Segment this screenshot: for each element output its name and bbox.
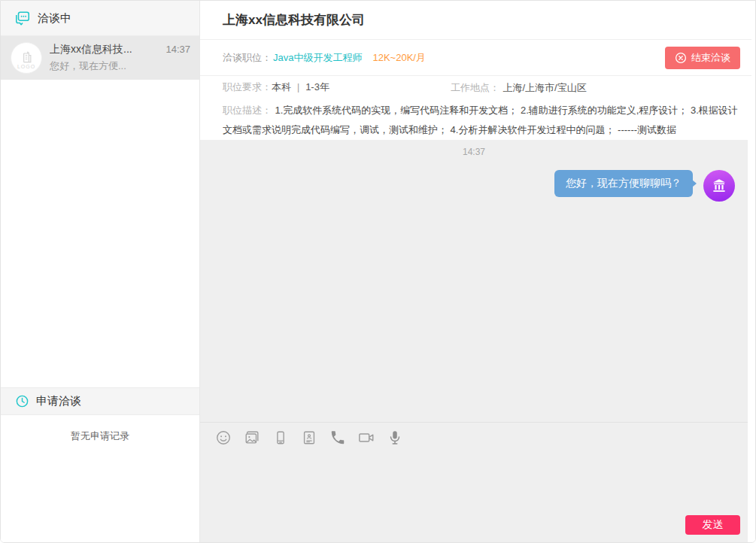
sidebar-section-title: 洽谈中 — [38, 11, 71, 26]
resume-card-icon[interactable] — [300, 429, 318, 447]
clock-icon — [14, 394, 29, 409]
company-header: 上海xx信息科技有限公司 — [200, 1, 751, 40]
conversation-time: 14:37 — [165, 44, 190, 55]
company-logo-avatar: LOGO — [11, 42, 42, 74]
image-icon[interactable] — [243, 429, 261, 447]
composer-toolbar — [200, 422, 748, 452]
sidebar-section-apply: 申请洽谈 — [1, 387, 199, 415]
end-negotiation-label: 结束洽谈 — [691, 51, 730, 65]
conversation-list-item[interactable]: LOGO 上海xx信息科技... 14:37 您好，现在方便... — [1, 36, 199, 80]
chat-bubbles-icon — [14, 10, 31, 26]
composer: 发送 — [200, 452, 748, 542]
user-avatar — [703, 170, 735, 202]
mobile-phone-icon[interactable] — [272, 429, 290, 447]
apply-empty-text: 暂无申请记录 — [71, 430, 129, 441]
separator: | — [297, 82, 299, 93]
description-label: 职位描述： — [223, 105, 272, 116]
job-title-link[interactable]: Java中级开发工程师 — [273, 51, 362, 65]
main-panel: 上海xx信息科技有限公司 洽谈职位： Java中级开发工程师 12K~20K/月… — [200, 1, 751, 542]
building-logo-icon — [19, 50, 34, 65]
job-description-row: 职位描述： 1.完成软件系统代码的实现，编写代码注释和开发文档； 2.辅助进行系… — [200, 99, 751, 140]
apply-empty-area: 暂无申请记录 — [1, 415, 199, 542]
message-timestamp: 14:37 — [200, 140, 748, 157]
message-history[interactable]: 14:37 您好，现在方便聊聊吗？ — [200, 140, 748, 422]
message-row: 您好，现在方便聊聊吗？ — [200, 170, 748, 202]
phone-call-icon[interactable] — [329, 429, 347, 447]
description-text: 1.完成软件系统代码的实现，编写代码注释和开发文档； 2.辅助进行系统的功能定义… — [223, 105, 738, 135]
circle-x-icon — [675, 52, 687, 64]
company-name: 上海xx信息科技有限公司 — [223, 11, 365, 29]
job-salary: 12K~20K/月 — [372, 51, 425, 65]
chat-area: 14:37 您好，现在方便聊聊吗？ — [200, 140, 748, 542]
chat-app-window: 洽谈中 LOGO 上海xx信息科技... 14:37 — [0, 0, 756, 543]
job-position-label: 洽谈职位： — [223, 51, 272, 65]
sidebar-empty-space — [1, 80, 199, 387]
job-requirements-row: 职位要求： 本科 | 1-3年 工作地点： 上海/上海市/宝山区 — [200, 76, 751, 99]
scrollbar-track — [751, 140, 755, 542]
end-negotiation-button[interactable]: 结束洽谈 — [665, 47, 740, 69]
apply-section-title: 申请洽谈 — [36, 394, 81, 408]
location-value: 上海/上海市/宝山区 — [502, 82, 586, 93]
outgoing-message-bubble: 您好，现在方便聊聊吗？ — [554, 170, 693, 197]
send-button[interactable]: 发送 — [685, 515, 740, 535]
microphone-icon[interactable] — [386, 429, 404, 447]
sidebar-section-negotiating: 洽谈中 — [1, 1, 199, 36]
message-input[interactable] — [200, 452, 748, 511]
sidebar: 洽谈中 LOGO 上海xx信息科技... 14:37 — [1, 1, 200, 542]
video-call-icon[interactable] — [357, 429, 375, 447]
experience-value: 1-3年 — [305, 80, 329, 94]
emoji-icon[interactable] — [214, 429, 232, 447]
logo-placeholder-text: LOGO — [17, 64, 35, 69]
conversation-name: 上海xx信息科技... — [50, 43, 132, 56]
education-value: 本科 — [272, 80, 291, 94]
job-bar: 洽谈职位： Java中级开发工程师 12K~20K/月 结束洽谈 — [200, 40, 751, 76]
bank-building-icon — [710, 177, 728, 195]
requirements-label: 职位要求： — [223, 80, 272, 94]
location-label: 工作地点： — [451, 82, 499, 93]
conversation-preview: 您好，现在方便... — [50, 59, 190, 73]
